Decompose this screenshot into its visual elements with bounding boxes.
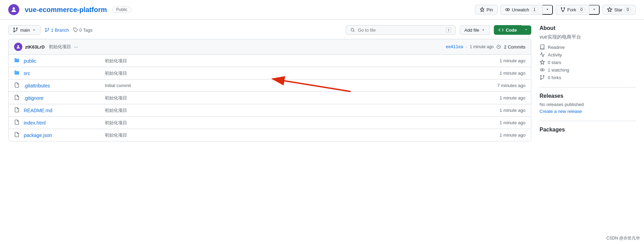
file-commit-message: Initial commit [99,83,477,88]
tag-label: Tags [83,28,92,33]
repo-content: main 1 Branch 0 Tags t [8,25,531,141]
commit-more[interactable]: ··· [74,44,78,50]
fork-group: Fork 0 [556,5,600,15]
unwatch-dropdown[interactable] [542,5,553,15]
file-link[interactable]: package.json [24,132,52,138]
file-time: 1 minute ago [477,120,525,125]
stars-link[interactable]: 0 stars [540,60,636,65]
activity-icon [540,52,545,57]
folder-icon [14,70,21,76]
commit-sha[interactable]: ee411ea [446,44,463,49]
branch-count: 1 [51,28,53,33]
table-row: package.json 初始化项目 1 minute ago [9,129,531,141]
file-rows: public 初始化项目 1 minute ago src 初始化项目 1 mi… [9,55,531,141]
unwatch-count: 1 [531,7,538,12]
svg-line-15 [354,31,355,32]
activity-link[interactable]: Activity [540,52,636,57]
add-file-button[interactable]: Add file [460,25,489,35]
main-container: main 1 Branch 0 Tags t [0,20,644,147]
table-row: .gitattributes Initial commit 7 minutes … [9,79,531,92]
table-row: src 初始化项目 1 minute ago [9,67,531,79]
releases-section: Releases No releases published Create a … [540,93,636,114]
search-shortcut: t [446,27,451,33]
file-commit-message: 初始化项目 [99,132,477,138]
svg-point-14 [351,28,354,31]
file-icon [14,95,21,101]
file-name: package.json [24,132,99,138]
file-name: public [24,58,99,64]
search-icon [350,28,355,32]
svg-point-2 [507,9,508,10]
visibility-badge: Public [112,7,131,13]
branch-count-link[interactable]: 1 Branch [45,28,69,33]
branch-selector[interactable]: main [8,25,41,35]
eye-sidebar-icon [540,67,545,73]
repo-name[interactable]: vue-ecommerce-platform [25,6,107,14]
file-link[interactable]: public [24,58,36,64]
file-name: src [24,71,99,76]
fork-count: 0 [578,7,585,12]
file-time: 1 minute ago [477,132,525,138]
file-link[interactable]: src [24,71,30,76]
repo-avatar [8,4,19,15]
file-link[interactable]: .gitattributes [24,83,50,88]
star-button[interactable]: Star 0 [602,5,636,14]
file-link[interactable]: README.md [24,108,52,113]
search-input[interactable] [358,28,443,33]
eye-icon [505,7,510,12]
svg-point-23 [541,75,542,76]
commit-header: ztK63LrD 初始化项目 ··· ee411ea · 1 minute ag… [9,39,531,55]
file-commit-message: 初始化项目 [99,70,477,76]
svg-marker-20 [540,60,544,64]
file-time: 1 minute ago [477,71,525,76]
fork-sidebar-icon [540,75,545,80]
file-time: 1 minute ago [477,95,525,100]
create-release-link[interactable]: Create a new release [540,109,582,114]
commits-count-link[interactable]: 2 Commits [504,44,525,50]
code-dropdown[interactable] [521,25,531,35]
svg-point-24 [543,75,544,76]
file-link[interactable]: .gitignore [24,95,44,101]
file-commit-message: 初始化项目 [99,95,477,101]
star-count: 0 [624,7,631,12]
fork-button[interactable]: Fork 0 [556,5,589,15]
table-row: README.md 初始化项目 1 minute ago [9,104,531,117]
code-button[interactable]: Code [494,25,522,35]
pin-button[interactable]: Pin [475,5,498,14]
file-commit-message: 初始化项目 [99,120,477,126]
branch-count-icon [45,28,49,32]
branch-bar: main 1 Branch 0 Tags t [8,25,531,35]
code-icon [498,27,504,33]
branch-label: Branch [55,28,69,33]
file-name: .gitignore [24,95,99,101]
file-icon [14,132,21,138]
unwatch-button[interactable]: Unwatch 1 [500,5,542,15]
sidebar-divider-2 [540,121,636,121]
fork-dropdown[interactable] [589,5,600,15]
forks-link[interactable]: 0 forks [540,75,636,80]
file-link[interactable]: index.html [24,120,46,126]
commit-author[interactable]: ztK63LrD [25,44,45,50]
readme-link[interactable]: Readme [540,44,636,50]
about-title: About [540,25,636,31]
packages-title: Packages [540,127,636,133]
about-section: About vue实现的电商平台 Readme Activity 0 stars… [540,25,636,80]
pin-icon [479,7,485,12]
svg-point-11 [48,28,49,29]
book-icon [540,44,545,50]
chevron-down-icon [524,28,528,32]
chevron-down-icon [32,28,36,32]
file-name: README.md [24,108,99,113]
file-icon [14,107,21,114]
tag-count-link[interactable]: 0 Tags [73,28,93,33]
go-to-file-search[interactable]: t [346,25,456,35]
table-row: index.html 初始化项目 1 minute ago [9,117,531,129]
svg-point-0 [13,7,15,10]
table-row: .gitignore 初始化项目 1 minute ago [9,92,531,104]
no-releases-text: No releases published [540,102,636,107]
folder-icon [14,57,21,64]
svg-point-10 [46,28,46,29]
file-time: 1 minute ago [477,108,525,113]
repo-description: vue实现的电商平台 [540,34,636,40]
watching-link[interactable]: 1 watching [540,67,636,73]
